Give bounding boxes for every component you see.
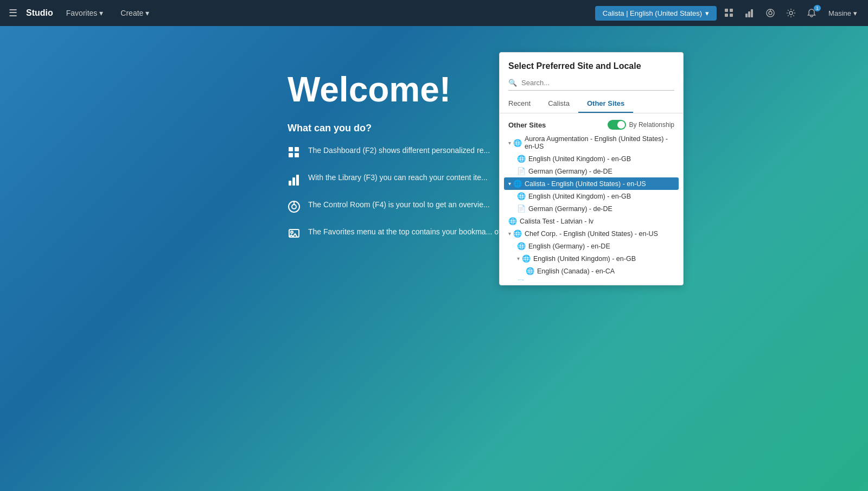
site-aurora-en-gb-label: English (United Kingdom) - en-GB (528, 155, 631, 163)
site-aurora-de-de[interactable]: 📄 German (Germany) - de-DE (504, 165, 679, 177)
globe2-icon: 🌐 (517, 242, 526, 250)
nav-create[interactable]: Create ▾ (116, 7, 154, 20)
navbar: ☰ Studio Favorites ▾ Create ▾ Calista | … (0, 0, 868, 26)
other-sites-section-label: Other Sites (508, 121, 546, 129)
site-calista-en-gb[interactable]: 🌐 English (United Kingdom) - en-GB (504, 190, 679, 202)
site-chef-en-gb-label: English (United Kingdom) - en-GB (533, 255, 636, 263)
site-chef-en-de[interactable]: 🌐 English (Germany) - en-DE (504, 240, 679, 252)
site-selector-chevron-icon: ▾ (705, 9, 709, 17)
site-locale-dropdown: Select Preferred Site and Locale 🔍 Recen… (499, 52, 684, 285)
site-chef-corp-label: Chef Corp. - English (United States) - e… (525, 230, 658, 238)
site-calista-label: Calista - English (United States) - en-U… (525, 180, 646, 188)
svg-rect-11 (289, 147, 293, 151)
svg-rect-12 (295, 147, 299, 151)
site-calista-test-label: Calista Test - Latvian - lv (520, 218, 593, 225)
svg-rect-13 (289, 153, 293, 157)
tab-row: Recent Calista Other Sites (500, 95, 683, 113)
chevron-icon: ▾ (508, 140, 511, 146)
svg-rect-16 (292, 177, 295, 186)
tab-recent[interactable]: Recent (500, 95, 539, 113)
svg-point-22 (291, 231, 293, 233)
search-box: 🔍 (508, 78, 674, 91)
control-room-feature-text: The Control Room (F4) is your tool to ge… (308, 199, 490, 211)
user-menu[interactable]: Masine ▾ (824, 7, 861, 20)
site-calista[interactable]: ▾ 🌐 Calista - English (United States) - … (504, 177, 679, 190)
svg-rect-4 (745, 14, 748, 17)
site-selector-button[interactable]: Calista | English (United States) ▾ (595, 6, 717, 21)
site-aurora-de-de-label: German (Germany) - de-DE (528, 168, 612, 175)
site-chef-corp[interactable]: ▾ 🌐 Chef Corp. - English (United States)… (504, 227, 679, 240)
svg-rect-17 (296, 175, 299, 186)
library-icon-button[interactable] (742, 6, 758, 20)
control-room-icon-button[interactable] (762, 6, 778, 20)
globe-icon: 🌐 (508, 217, 517, 225)
panel-title: Select Preferred Site and Locale (500, 53, 683, 75)
create-label: Create (120, 9, 143, 17)
svg-rect-0 (725, 9, 728, 12)
favorites-chevron-icon: ▾ (99, 9, 103, 17)
svg-rect-14 (295, 153, 299, 157)
studio-label: Studio (26, 8, 53, 18)
site-chef-en-de-label: English (Germany) - en-DE (528, 243, 610, 250)
notification-badge: 1 (814, 5, 821, 11)
navbar-right: Calista | English (United States) ▾ 1 Ma… (595, 6, 861, 21)
chevron-icon: ▾ (508, 231, 511, 237)
library-feature-text: With the Library (F3) you can reach your… (308, 172, 488, 183)
site-chef-de-de-label: German (Germany) - de-DE (528, 280, 612, 281)
globe-icon: 🌐 (513, 180, 522, 188)
user-chevron-icon: ▾ (853, 9, 857, 17)
dashboard-feature-text: The Dashboard (F2) shows different perso… (308, 145, 490, 156)
svg-rect-3 (730, 14, 733, 17)
site-aurora-en-gb[interactable]: 🌐 English (United Kingdom) - en-GB (504, 152, 679, 165)
pages-icon: 📄 (517, 279, 526, 280)
favorites-label: Favorites (66, 9, 98, 17)
globe-icon: 🌐 (513, 139, 522, 147)
globe2-icon: 🌐 (522, 254, 531, 263)
globe-icon: 🌐 (513, 229, 522, 238)
site-calista-de-de-label: German (Germany) - de-DE (528, 205, 612, 213)
globe2-icon: 🌐 (526, 267, 534, 275)
site-chef-en-ca-label: English (Canada) - en-CA (537, 267, 615, 275)
site-calista-en-gb-label: English (United Kingdom) - en-GB (528, 193, 631, 200)
globe2-icon: 🌐 (517, 155, 526, 163)
site-chef-en-gb[interactable]: ▾ 🌐 English (United Kingdom) - en-GB (504, 252, 679, 265)
favorites-feature-icon (288, 227, 301, 244)
chevron-icon: ▾ (517, 256, 520, 262)
svg-rect-5 (748, 11, 750, 17)
control-room-icon (288, 200, 301, 216)
library-icon (288, 173, 301, 189)
settings-icon-button[interactable] (783, 6, 799, 20)
search-input[interactable] (519, 78, 674, 88)
site-calista-test[interactable]: 🌐 Calista Test - Latvian - lv (504, 215, 679, 227)
dashboard-icon (288, 146, 301, 162)
notifications-icon-button[interactable]: 1 (803, 6, 820, 20)
section-header: Other Sites By Relationship (504, 118, 679, 133)
site-selector-label: Calista | English (United States) (603, 9, 702, 17)
svg-rect-1 (730, 9, 733, 12)
site-aurora[interactable]: ▾ 🌐 Aurora Augmentation - English (Unite… (504, 133, 679, 152)
user-label: Masine (828, 9, 851, 17)
pages-icon: 📄 (517, 205, 526, 213)
site-chef-de-de[interactable]: 📄 German (Germany) - de-DE (504, 277, 679, 280)
svg-rect-15 (289, 181, 291, 186)
svg-point-10 (789, 11, 793, 15)
by-relationship-label: By Relationship (629, 121, 674, 129)
navbar-left: ☰ Studio Favorites ▾ Create ▾ (7, 5, 595, 21)
site-aurora-label: Aurora Augmentation - English (United St… (525, 135, 674, 150)
svg-point-19 (292, 205, 296, 209)
toggle-row: By Relationship (608, 120, 674, 130)
site-chef-en-ca[interactable]: 🌐 English (Canada) - en-CA (504, 265, 679, 277)
nav-favorites[interactable]: Favorites ▾ (62, 7, 108, 20)
pages-icon: 📄 (517, 167, 526, 175)
hamburger-icon[interactable]: ☰ (7, 5, 20, 21)
globe2-icon: 🌐 (517, 192, 526, 200)
create-chevron-icon: ▾ (145, 9, 149, 17)
grid-icon-button[interactable] (721, 6, 737, 20)
tab-other-sites[interactable]: Other Sites (578, 95, 633, 113)
search-icon: 🔍 (508, 79, 517, 87)
tab-calista[interactable]: Calista (539, 95, 578, 113)
sites-section: Other Sites By Relationship ▾ 🌐 Aurora A… (500, 118, 683, 280)
by-relationship-toggle[interactable] (608, 120, 626, 130)
svg-rect-2 (725, 14, 728, 17)
site-calista-de-de[interactable]: 📄 German (Germany) - de-DE (504, 202, 679, 215)
